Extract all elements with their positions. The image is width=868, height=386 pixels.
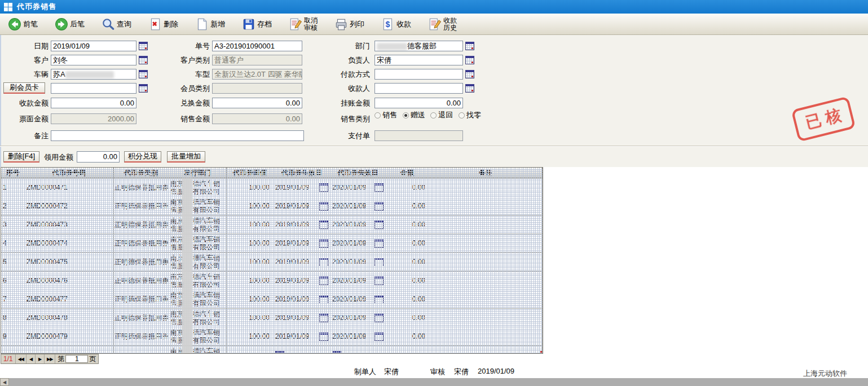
save-button[interactable]: 存档 bbox=[240, 16, 274, 32]
batch-add-button[interactable]: 批量增加 bbox=[167, 151, 205, 163]
page-indicator: 1/1 bbox=[1, 354, 16, 363]
received-amount-field[interactable]: 0.00 bbox=[51, 98, 136, 108]
first-page-button[interactable]: ◀◀ bbox=[16, 354, 27, 363]
cell-end-date bbox=[331, 346, 386, 354]
svg-text:$: $ bbox=[386, 20, 390, 29]
manager-field[interactable]: 宋倩 bbox=[374, 55, 463, 65]
page-number-input[interactable]: 1 bbox=[65, 355, 88, 363]
date-field[interactable]: 2019/01/09 bbox=[51, 41, 136, 51]
customer-field[interactable]: 刘冬 bbox=[51, 55, 136, 65]
customer-label: 客户 bbox=[3, 55, 49, 65]
use-amount-field[interactable]: 0.00 bbox=[77, 151, 120, 163]
vehicle-lookup-icon[interactable] bbox=[139, 70, 148, 78]
pay-order-field bbox=[374, 130, 463, 141]
cancel-audit-label-line2: 审核 bbox=[304, 24, 318, 32]
arrow-left-circle-icon bbox=[8, 17, 21, 31]
delete-button[interactable]: 删除 bbox=[146, 16, 180, 32]
sales-amount-field: 0.00 bbox=[212, 113, 302, 124]
print-button[interactable]: 列印 bbox=[332, 16, 367, 32]
prev-page-button[interactable]: ◀ bbox=[27, 354, 36, 363]
payee-lookup-icon[interactable] bbox=[465, 84, 474, 93]
on-account-label: 挂账金额 bbox=[329, 98, 370, 108]
save-label: 存档 bbox=[257, 19, 272, 29]
points-redeem-button[interactable]: 积分兑现 bbox=[124, 151, 161, 163]
manager-lookup-icon[interactable] bbox=[465, 56, 474, 64]
sale-type-option-sale[interactable]: 销售 bbox=[374, 109, 397, 121]
maker-label: 制单人 bbox=[354, 367, 376, 377]
new-button[interactable]: 新增 bbox=[193, 16, 227, 32]
date-lookup-icon[interactable] bbox=[139, 42, 148, 50]
radio-icon bbox=[374, 112, 381, 119]
cancel-audit-label-line1: 取消 bbox=[304, 17, 318, 24]
receive-payment-label: 收款 bbox=[396, 19, 411, 29]
sale-type-option-return[interactable]: 退回 bbox=[430, 109, 453, 121]
query-button[interactable]: 查询 bbox=[99, 16, 134, 32]
department-field[interactable]: 德客服部 bbox=[374, 41, 463, 51]
date-label: 日期 bbox=[3, 41, 49, 51]
sales-amount-label: 销售金额 bbox=[167, 113, 210, 124]
print-label: 列印 bbox=[350, 19, 364, 29]
pay-order-label: 支付单 bbox=[337, 130, 370, 141]
next-record-button[interactable]: 后笔 bbox=[52, 16, 87, 32]
pay-method-lookup-icon[interactable] bbox=[465, 70, 474, 78]
exchange-amount-field[interactable]: 0.00 bbox=[212, 98, 302, 108]
on-account-field[interactable]: 0.00 bbox=[374, 98, 463, 108]
vehicle-field[interactable]: 苏A bbox=[51, 69, 136, 80]
sale-type-option-label: 找零 bbox=[466, 109, 481, 121]
calendar-icon[interactable] bbox=[332, 351, 341, 354]
table-row-partial[interactable]: 南京德汽车销售服有限公司 bbox=[1, 346, 543, 354]
horizontal-scrollbar[interactable]: ◀ bbox=[0, 378, 868, 386]
payment-history-button[interactable]: 收款 历史 bbox=[426, 16, 459, 33]
query-label: 查询 bbox=[117, 19, 131, 29]
pay-method-field[interactable] bbox=[374, 69, 463, 80]
department-lookup-icon[interactable] bbox=[465, 42, 474, 50]
voucher-grid: 序号代币券号码代币券类别发行部门代币券面值代币券生效日代币券失效日金额备注1ZM… bbox=[1, 167, 543, 354]
vehicle-label: 车辆 bbox=[3, 69, 49, 80]
swipe-member-card-button[interactable]: 刷会员卡 bbox=[3, 82, 45, 94]
voucher-grid-rows: 序号代币券号码代币券类别发行部门代币券面值代币券生效日代币券失效日金额备注1ZM… bbox=[1, 168, 543, 354]
sale-type-option-label: 退回 bbox=[438, 109, 453, 121]
last-page-button[interactable]: ▶▶ bbox=[45, 354, 55, 363]
order-no-label: 单号 bbox=[167, 41, 210, 51]
page-suffix-label: 页 bbox=[89, 354, 96, 364]
delete-doc-icon bbox=[148, 17, 162, 31]
auditor-label: 审核 bbox=[430, 367, 445, 377]
vehicle-censor-patch bbox=[65, 71, 114, 78]
delete-label: 删除 bbox=[164, 19, 178, 29]
radio-icon bbox=[459, 112, 465, 119]
window-logo-icon bbox=[4, 3, 12, 11]
sale-type-option-gift[interactable]: 赠送 bbox=[403, 109, 425, 121]
face-amount-label: 票面金额 bbox=[3, 113, 49, 124]
row-delete-button[interactable]: 删除[F4] bbox=[3, 151, 39, 163]
search-icon bbox=[102, 17, 115, 31]
department-label: 部门 bbox=[337, 41, 370, 51]
exchange-amount-label: 兑换金额 bbox=[167, 98, 210, 108]
remark-field[interactable] bbox=[51, 130, 304, 141]
order-no-field[interactable]: A3-201901090001 bbox=[212, 41, 302, 51]
cancel-audit-button[interactable]: 取消 审核 bbox=[287, 16, 320, 33]
hscroll-left-icon[interactable]: ◀ bbox=[0, 378, 9, 386]
face-amount-field: 2000.00 bbox=[51, 113, 136, 124]
member-card-field[interactable] bbox=[51, 83, 136, 94]
model-field: 全新汉兰达2.0T 四驱 豪华版 bbox=[212, 69, 302, 80]
member-type-field bbox=[212, 83, 302, 94]
use-amount-label: 领用金额 bbox=[44, 152, 76, 163]
window-title: 代币券销售 bbox=[17, 2, 56, 12]
prev-record-button[interactable]: 前笔 bbox=[6, 16, 40, 32]
new-doc-icon bbox=[195, 17, 209, 31]
doc-pencil-icon bbox=[289, 17, 302, 31]
page-number-group: 第 1 页 bbox=[55, 354, 98, 363]
payee-field[interactable] bbox=[374, 83, 463, 94]
next-page-button[interactable]: ▶ bbox=[36, 354, 45, 363]
receive-payment-button[interactable]: $ 收款 bbox=[379, 16, 413, 32]
department-visible-text: 德客服部 bbox=[407, 42, 437, 50]
customer-lookup-icon[interactable] bbox=[139, 56, 148, 64]
member-card-lookup-icon[interactable] bbox=[139, 84, 148, 93]
customer-type-label: 客户类别 bbox=[167, 55, 210, 65]
arrow-right-circle-icon bbox=[55, 17, 68, 31]
pay-method-label: 付款方式 bbox=[329, 69, 370, 80]
vehicle-plate-prefix: 苏A bbox=[53, 70, 65, 78]
sale-type-label: 销售类别 bbox=[329, 113, 370, 124]
member-type-label: 会员类别 bbox=[167, 83, 210, 94]
sale-type-option-change[interactable]: 找零 bbox=[459, 109, 481, 121]
